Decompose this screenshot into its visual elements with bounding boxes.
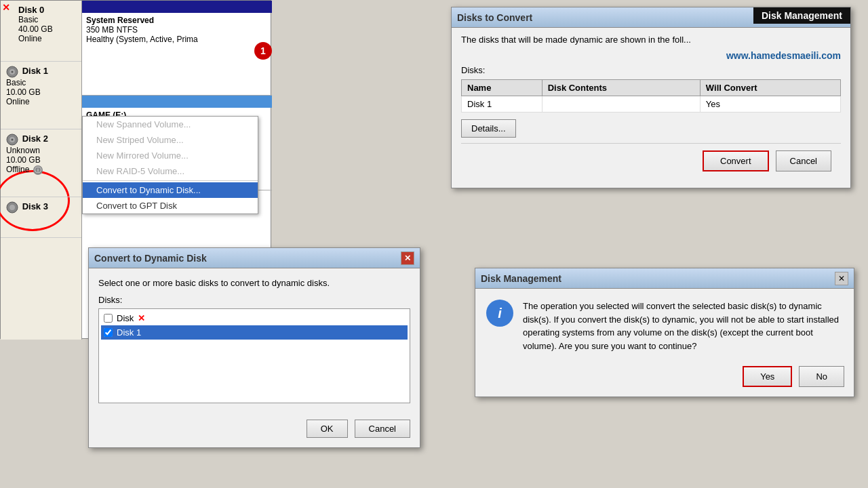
disk3-item[interactable]: Disk 3 <box>1 197 81 238</box>
dialog3-footer: Convert Cancel <box>461 143 841 181</box>
disk-list-sidebar: ✕ Disk 0 Basic 40.00 GB Online Disk 1 Ba… <box>1 1 82 340</box>
dialog2-disks-label: Disks: <box>98 295 410 305</box>
dialog2-disk1-checkbox[interactable] <box>104 328 113 337</box>
dialog2-ok-button[interactable]: OK <box>307 420 348 438</box>
dialog2-disk0-label: Disk <box>117 313 134 323</box>
dialog3-cancel-button[interactable]: Cancel <box>776 150 831 171</box>
dialog2-disk0-x: ✕ <box>138 313 145 323</box>
row-will-convert: Yes <box>700 96 840 113</box>
disk0-item[interactable]: ✕ Disk 0 Basic 40.00 GB Online <box>1 1 81 62</box>
dialog3-body: The disks that will be made dynamic are … <box>452 28 850 188</box>
menu-convert-gpt[interactable]: Convert to GPT Disk <box>83 198 258 214</box>
col-name: Name <box>462 80 542 96</box>
dialog-disk-management-confirm: Disk Management ✕ i The operation you se… <box>475 268 854 397</box>
context-menu: New Spanned Volume... New Striped Volume… <box>82 116 258 214</box>
sys-reserved-title: System Reserved <box>86 16 268 25</box>
disk2-icon <box>6 134 18 146</box>
disk1-type: Basic <box>6 78 76 87</box>
col-will-convert: Will Convert <box>700 80 840 96</box>
sys-reserved-row: System Reserved 350 MB NTFS Healthy (Sys… <box>82 1 272 96</box>
dialog4-message: The operation you selected will convert … <box>523 300 843 352</box>
dialog2-description: Select one or more basic disks to conver… <box>98 278 410 288</box>
dialog3-description: The disks that will be made dynamic are … <box>461 35 841 45</box>
disk0-x-icon: ✕ <box>2 2 10 13</box>
disk3-name: Disk 3 <box>22 201 48 211</box>
col-contents: Disk Contents <box>542 80 700 96</box>
dialog2-footer: OK Cancel <box>89 413 420 447</box>
dialog-convert-dynamic: Convert to Dynamic Disk ✕ Select one or … <box>88 247 420 448</box>
disk2-size: 10.00 GB <box>6 155 76 165</box>
website-label: www.hamedesmaeili.com <box>461 50 841 61</box>
dialog4-body: i The operation you selected will conver… <box>475 289 854 359</box>
disk2-name: Disk 2 <box>22 134 48 144</box>
dialog2-disk1-label: Disk 1 <box>117 327 141 338</box>
menu-separator <box>83 180 258 181</box>
menu-new-raid5[interactable]: New RAID-5 Volume... <box>83 163 258 179</box>
disk0-size: 40.00 GB <box>18 24 76 34</box>
dialog3-title: Disks to Convert <box>457 12 532 23</box>
row-disk-name: Disk 1 <box>462 96 542 113</box>
convert-button[interactable]: Convert <box>703 150 769 171</box>
disk2-type: Unknown <box>6 146 76 155</box>
dialog2-title-bar: Convert to Dynamic Disk ✕ <box>89 248 420 268</box>
disk2-status: Offline ⓘ <box>6 165 76 175</box>
disk1-status: Online <box>6 97 76 106</box>
menu-convert-dynamic[interactable]: Convert to Dynamic Disk... <box>83 182 258 198</box>
no-button[interactable]: No <box>799 366 844 387</box>
svg-point-2 <box>12 71 14 73</box>
dialog3-disks-label: Disks: <box>461 65 841 75</box>
disk0-name: Disk 0 <box>18 5 76 15</box>
sys-reserved-status: Healthy (System, Active, Prima <box>86 35 268 44</box>
details-button[interactable]: Details... <box>461 119 516 138</box>
dialog2-title: Convert to Dynamic Disk <box>94 253 207 264</box>
disk1-size: 10.00 GB <box>6 87 76 97</box>
disks-convert-table: Name Disk Contents Will Convert Disk 1 Y… <box>461 79 841 113</box>
dialog2-cancel-button[interactable]: Cancel <box>355 420 410 438</box>
disk2-item[interactable]: Disk 2 Unknown 10.00 GB Offline ⓘ <box>1 129 81 197</box>
disk1-icon <box>6 66 18 78</box>
dialog2-disk1-item[interactable]: Disk 1 <box>101 325 408 340</box>
dialog4-close-button[interactable]: ✕ <box>835 272 848 285</box>
dialog2-disk0-item[interactable]: Disk ✕ <box>101 311 408 325</box>
disk0-status: Online <box>18 34 76 43</box>
menu-new-striped[interactable]: New Striped Volume... <box>83 132 258 148</box>
dialog3-website-area: www.hamedesmaeili.com <box>461 50 841 61</box>
disk3-icon <box>6 201 18 214</box>
info-icon: i <box>486 300 513 327</box>
sys-reserved-size: 350 MB NTFS <box>86 25 268 35</box>
row-disk-contents <box>542 96 700 113</box>
game-blue-bar <box>82 96 272 108</box>
dialog4-footer: Yes No <box>475 359 854 396</box>
dialog2-body: Select one or more basic disks to conver… <box>89 268 420 413</box>
info-letter: i <box>498 306 502 321</box>
dialog4-title: Disk Management <box>481 273 561 284</box>
svg-point-7 <box>9 205 15 210</box>
sys-reserved-info: System Reserved 350 MB NTFS Healthy (Sys… <box>82 13 272 47</box>
dialog-disks-to-convert: Disk Management Disks to Convert The dis… <box>451 7 851 188</box>
menu-new-mirrored[interactable]: New Mirrored Volume... <box>83 148 258 163</box>
step-badge-1: 1 <box>254 42 272 60</box>
svg-point-5 <box>12 139 14 141</box>
disk-management-black-tab: Disk Management <box>753 7 850 24</box>
dialog4-title-bar: Disk Management ✕ <box>475 268 854 289</box>
dialog2-disk0-checkbox[interactable] <box>104 314 113 323</box>
dialog2-disk-checklist: Disk ✕ Disk 1 <box>98 308 410 403</box>
disk0-blue-bar <box>82 1 272 13</box>
disk0-type: Basic <box>18 15 76 24</box>
disk2-info-icon: ⓘ <box>33 165 43 175</box>
disk1-item[interactable]: Disk 1 Basic 10.00 GB Online <box>1 62 81 129</box>
disk1-name: Disk 1 <box>22 66 48 76</box>
table-row: Disk 1 Yes <box>462 96 841 113</box>
yes-button[interactable]: Yes <box>743 366 792 387</box>
dialog2-close-button[interactable]: ✕ <box>401 251 414 265</box>
menu-new-spanned[interactable]: New Spanned Volume... <box>83 117 258 132</box>
